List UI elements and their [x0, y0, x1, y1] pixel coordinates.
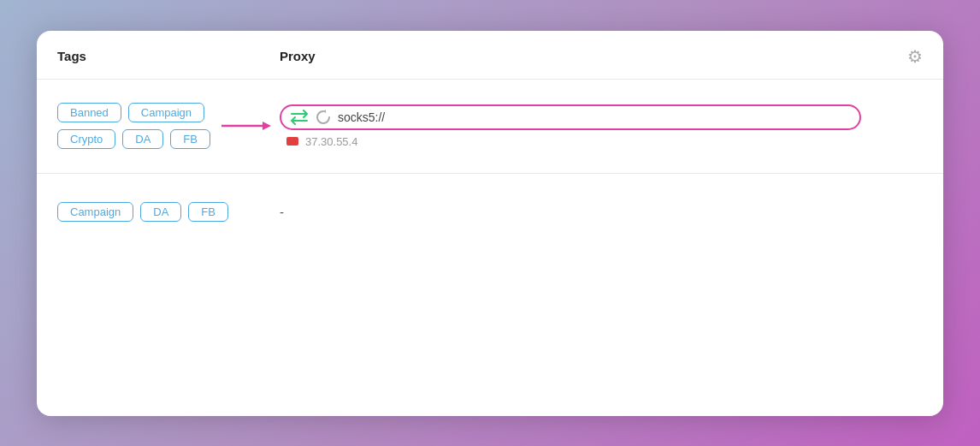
table-row: Campaign DA FB - [37, 174, 943, 251]
tag-da[interactable]: DA [122, 129, 163, 149]
proxy-swap-input-wrapper: socks5:// [280, 104, 861, 130]
proxy-input-row: socks5:// [280, 104, 923, 130]
proxy-empty-dash: - [280, 205, 923, 219]
settings-button[interactable]: ⚙ [871, 46, 923, 67]
ip-status-row: 37.30.55.4 [280, 135, 923, 148]
proxy-protocol-label: socks5:// [338, 110, 385, 124]
table-row: Banned Campaign Crypto DA FB [37, 80, 943, 174]
tag-fb[interactable]: FB [170, 129, 210, 149]
tags-column-header: Tags [57, 49, 280, 63]
tag-campaign-row2[interactable]: Campaign [57, 202, 133, 222]
proxy-value-input[interactable] [392, 110, 853, 124]
tag-fb-row2[interactable]: FB [188, 202, 228, 222]
tag-crypto[interactable]: Crypto [57, 129, 115, 149]
gear-icon: ⚙ [907, 46, 923, 67]
ip-address-text: 37.30.55.4 [305, 135, 357, 148]
proxy-column-row2: - [280, 205, 923, 219]
svg-marker-1 [263, 122, 271, 130]
main-card: Tags Proxy ⚙ Banned Campaign Crypto DA F… [37, 31, 943, 416]
tag-campaign[interactable]: Campaign [128, 103, 204, 122]
proxy-column-row1: socks5:// 37.30.55.4 [280, 104, 923, 148]
swap-icon[interactable] [290, 110, 309, 125]
table-header: Tags Proxy ⚙ [37, 31, 943, 80]
content-area: Banned Campaign Crypto DA FB [37, 80, 943, 416]
proxy-column-header: Proxy [280, 49, 871, 63]
tags-column-row2: Campaign DA FB [57, 202, 280, 222]
status-dot-offline [286, 137, 298, 146]
arrow-annotation-icon [220, 117, 271, 134]
tag-banned[interactable]: Banned [57, 103, 121, 122]
tag-da-row2[interactable]: DA [140, 202, 181, 222]
refresh-icon[interactable] [316, 110, 331, 125]
